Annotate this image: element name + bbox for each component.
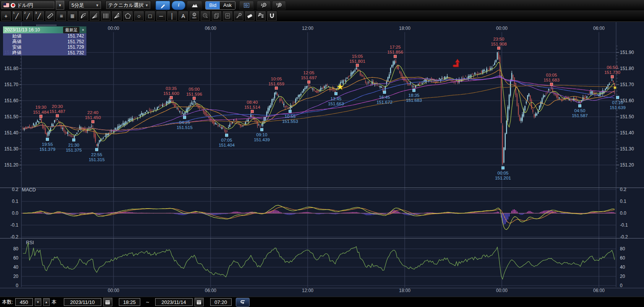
end-calendar-button[interactable] bbox=[195, 298, 204, 306]
ohlc-datetime: 2023/11/13 16:10 bbox=[5, 27, 62, 33]
candle-chart-button[interactable] bbox=[239, 1, 254, 10]
star-drawing[interactable]: ★ bbox=[336, 82, 344, 92]
svg-text:12:05151.697: 12:05151.697 bbox=[301, 70, 317, 80]
timeframe-select[interactable]: 5分足 ▼ bbox=[69, 1, 102, 10]
low-extreme-annotation: 07:05151.404 bbox=[219, 134, 235, 148]
parallel-lines-tool[interactable]: ≡ bbox=[56, 11, 67, 21]
technical-select-button[interactable]: テクニカル選択 ▼ bbox=[105, 1, 151, 10]
bid-button[interactable]: Bid bbox=[206, 2, 220, 9]
ohlc-info-panel: 2023/11/13 16:10 最新足 × 始値 151.742 高値 151… bbox=[3, 26, 86, 56]
yellow-marker-drawing[interactable] bbox=[614, 87, 616, 89]
high-extreme-annotation: 08:40151.514 bbox=[244, 100, 260, 113]
count-down-button[interactable]: ▼ bbox=[35, 298, 41, 306]
chevron-down-icon: ▼ bbox=[145, 3, 149, 7]
ruler-tool[interactable] bbox=[45, 11, 55, 21]
start-calendar-button[interactable] bbox=[103, 298, 112, 306]
icon-stamp-tool[interactable]: icon bbox=[189, 11, 200, 21]
ruler-icon bbox=[47, 12, 54, 20]
main-toolbar: ドル/円 ▼ 5分足 ▼ テクニカル選択 ▼ i Bid Ask bbox=[0, 0, 644, 10]
svg-text:08:40151.514: 08:40151.514 bbox=[244, 100, 260, 109]
vertical-line-tool[interactable]: │ bbox=[167, 11, 177, 21]
price-chart-svg: 00:0000:0006:0006:0012:0012:0018:0018:00… bbox=[0, 21, 644, 297]
magnet-tool[interactable] bbox=[267, 11, 277, 21]
bar-count-input[interactable]: 450 bbox=[15, 298, 33, 306]
trendline3-tool[interactable]: ╱3 bbox=[34, 11, 44, 21]
macd-axis-label-right: 0.1 bbox=[620, 199, 626, 204]
calendar-icon bbox=[105, 299, 110, 305]
top-time-label: 06:00 bbox=[593, 26, 605, 31]
high-extreme-annotation: 03:35151.600 bbox=[163, 86, 179, 99]
end-date-input[interactable]: 2023/11/14 bbox=[155, 298, 193, 306]
zoom-out-button[interactable] bbox=[257, 1, 271, 10]
svg-text:22:40151.450: 22:40151.450 bbox=[85, 110, 101, 120]
close-icon[interactable]: × bbox=[81, 28, 85, 32]
ask-button[interactable]: Ask bbox=[220, 2, 235, 9]
vertical-grid-tool[interactable] bbox=[101, 11, 111, 21]
reset-range-button[interactable] bbox=[236, 298, 250, 307]
horizontal-line-tool[interactable]: ─ bbox=[156, 11, 166, 21]
zoom-in-button[interactable] bbox=[272, 1, 286, 10]
timeframe-label: 5分足 bbox=[71, 2, 84, 9]
pencil-icon bbox=[159, 2, 166, 9]
chart-style-button[interactable] bbox=[187, 1, 202, 10]
currency-pair-label: ドル/円 bbox=[17, 2, 33, 9]
crosshair-tool[interactable]: + bbox=[1, 11, 11, 21]
chart-canvas[interactable]: 00:0000:0006:0006:0012:0012:0018:0018:00… bbox=[0, 21, 644, 297]
start-date-input[interactable]: 2023/11/10 bbox=[64, 298, 101, 306]
rsi-panel-label: RSI bbox=[26, 240, 34, 245]
trendline2-tool[interactable]: ╱2 bbox=[23, 11, 33, 21]
rsi-axis-label-right: 80 bbox=[620, 246, 625, 251]
count-up-button[interactable]: ▲ bbox=[43, 298, 50, 306]
price-axis-label-right: 151.30 bbox=[620, 146, 634, 152]
svg-text:05:00151.596: 05:00151.596 bbox=[186, 87, 202, 96]
currency-pair-select[interactable]: ドル/円 bbox=[1, 1, 55, 10]
svg-text:15:05151.801: 15:05151.801 bbox=[349, 54, 365, 64]
macd-axis-label-left: -0.2 bbox=[10, 234, 18, 240]
vertical-grid-icon bbox=[102, 12, 109, 20]
svg-text:09:10151.439: 09:10151.439 bbox=[254, 132, 270, 142]
price-axis-label-left: 151.40 bbox=[4, 130, 18, 136]
svg-text:13:45151.663: 13:45151.663 bbox=[328, 96, 344, 106]
latest-candle-button[interactable]: 最新足 bbox=[63, 27, 79, 33]
low-extreme-annotation: 09:10151.439 bbox=[254, 128, 270, 142]
move-object-icon bbox=[224, 12, 231, 20]
edit-object-tool[interactable] bbox=[234, 11, 244, 21]
red-up-arrow-drawing[interactable] bbox=[454, 59, 460, 66]
rsi-axis-label-left: 80 bbox=[13, 246, 19, 251]
price-axis-label-left: 151.20 bbox=[4, 162, 18, 168]
mountain-icon bbox=[191, 2, 198, 9]
calendar-icon bbox=[196, 299, 202, 305]
rays-tool[interactable] bbox=[112, 11, 122, 21]
fan-lines-tool[interactable] bbox=[89, 11, 100, 21]
pentagon-tool[interactable] bbox=[123, 11, 133, 21]
move-object-tool[interactable] bbox=[222, 11, 233, 21]
price-axis-label-right: 151.40 bbox=[620, 130, 634, 136]
svg-text:06:50151.730: 06:50151.730 bbox=[604, 65, 620, 75]
top-time-label: 12:00 bbox=[302, 26, 313, 31]
circle-tool[interactable]: ○ bbox=[134, 11, 144, 21]
return-arrow-icon bbox=[240, 299, 246, 305]
object-settings-icon bbox=[257, 12, 264, 20]
history-tool[interactable] bbox=[200, 11, 211, 21]
ohlc-panel-drag-handle[interactable] bbox=[36, 24, 56, 26]
gann-arc-tool[interactable] bbox=[78, 11, 89, 21]
copy-object-tool[interactable] bbox=[211, 11, 222, 21]
channel-lines-tool[interactable]: ≣ bbox=[67, 11, 78, 21]
rectangle-tool[interactable]: □ bbox=[145, 11, 155, 21]
svg-text:03:35151.600: 03:35151.600 bbox=[163, 86, 179, 96]
icon-stamp-icon: icon bbox=[191, 12, 198, 20]
technical-select-label: テクニカル選択 bbox=[108, 2, 144, 9]
start-time-input[interactable]: 18:25 bbox=[119, 298, 140, 306]
draw-mode-button[interactable] bbox=[156, 1, 170, 10]
info-button[interactable]: i bbox=[172, 1, 185, 10]
text-tool[interactable]: A bbox=[178, 11, 188, 21]
object-settings-tool[interactable] bbox=[256, 11, 266, 21]
eraser-tool[interactable] bbox=[245, 11, 255, 21]
end-time-input[interactable]: 07:20 bbox=[210, 298, 232, 306]
range-tilde: ～ bbox=[145, 299, 150, 305]
currency-pair-dropdown-button[interactable]: ▼ bbox=[56, 1, 64, 10]
rsi-axis-label-left: 40 bbox=[13, 265, 19, 270]
trendline1-tool[interactable]: ╱1 bbox=[12, 11, 22, 21]
price-axis-label-left: 151.60 bbox=[4, 98, 18, 103]
low-extreme-annotation: 04:50151.587 bbox=[572, 105, 588, 118]
